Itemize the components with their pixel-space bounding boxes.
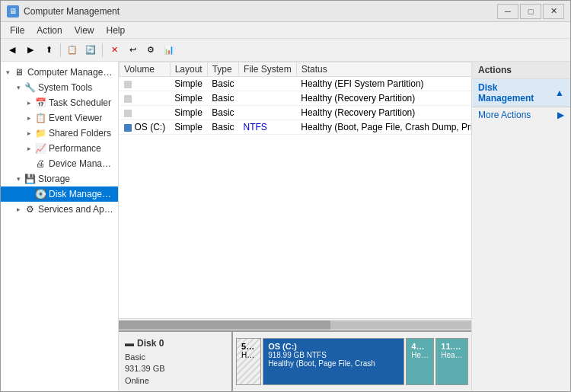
cell-status: Healthy (EFI System Partition) [296,77,471,91]
cell-volume: OS (C:) [120,120,171,135]
expand-icon: ▸ [13,204,24,215]
action-more-actions[interactable]: More Actions ▶ [472,107,570,123]
sidebar-label-shared-folders: Shared Folders [49,128,111,139]
partition-rec1-type: Healthy (Re [411,351,429,359]
horizontal-scrollbar[interactable] [119,318,471,330]
properties-button[interactable]: ↩ [124,42,141,59]
sidebar-item-system-tools[interactable]: ▾ 🔧 System Tools [1,80,118,95]
partition-efi-type: Healthy (EFI [241,351,256,359]
cell-type: Basic [207,91,238,106]
partition-efi[interactable]: 500 MB Healthy (EFI [236,338,261,385]
partition-os[interactable]: OS (C:) 918.99 GB NTFS Healthy (Boot, Pa… [263,338,404,385]
sidebar-label-performance: Performance [49,143,101,154]
cell-type: Basic [207,106,238,120]
disk-name: Disk 0 [137,338,164,349]
menu-view[interactable]: View [69,24,100,37]
menu-bar: File Action View Help [1,22,570,39]
right-panel: Volume Layout Type File System Status Ca… [119,62,570,391]
table-row[interactable]: OS (C:)SimpleBasicNTFSHealthy (Boot, Pag… [120,120,472,135]
cell-status: Healthy (Recovery Partition) [296,91,471,106]
sidebar-item-disk-management[interactable]: 💽 Disk Management [1,186,118,202]
col-status[interactable]: Status [296,62,471,77]
forward-button[interactable]: ▶ [22,42,39,59]
volume-color-indicator [124,124,132,132]
table-header-row: Volume Layout Type File System Status Ca… [120,62,472,77]
toolbar-sep-1 [60,43,61,57]
up-button[interactable]: ⬆ [40,42,57,59]
toolbar-sep-2 [102,43,103,57]
sidebar-label-system-tools: System Tools [38,82,92,93]
sidebar-item-performance[interactable]: ▸ 📈 Performance [1,141,118,156]
partition-rec2-type: Healthy (Recovery P [441,351,463,359]
sidebar-item-storage[interactable]: ▾ 💾 Storage [1,171,118,186]
refresh-button[interactable]: 🔄 [82,42,99,59]
cell-filesystem [239,77,297,91]
main-content: ▾ 🖥 Computer Management (Local ▾ 🔧 Syste… [1,62,570,391]
device-manager-icon: 🖨 [34,158,46,170]
sidebar-item-shared-folders[interactable]: ▸ 📁 Shared Folders [1,126,118,141]
disk-size: 931.39 GB [125,363,225,374]
partition-recovery-2[interactable]: 11.47 GB Healthy (Recovery P [435,338,468,385]
menu-file[interactable]: File [4,24,30,37]
task-scheduler-icon: 📅 [34,97,46,109]
disk-label-section: ▬ Disk 0 Basic 931.39 GB Online [119,332,233,391]
sidebar-label-task-scheduler: Task Scheduler [49,97,111,108]
sidebar-item-event-viewer[interactable]: ▸ 📋 Event Viewer [1,110,118,126]
cell-volume [120,106,171,120]
export-button[interactable]: 📊 [161,42,177,59]
col-filesystem[interactable]: File System [239,62,297,77]
sidebar-label-computer-management: Computer Management (Local [27,67,115,78]
services-icon: ⚙ [24,203,36,215]
table-row[interactable]: SimpleBasicHealthy (Recovery Partition)4… [120,91,472,106]
expand-icon [24,158,34,169]
partition-recovery-1[interactable]: 450 MB Healthy (Re [406,338,434,385]
col-layout[interactable]: Layout [170,62,207,77]
disk-icon: ▬ [125,338,134,349]
partition-os-type: 918.99 GB NTFS [268,351,399,359]
sidebar-item-task-scheduler[interactable]: ▸ 📅 Task Scheduler [1,95,118,110]
minimize-button[interactable]: ─ [497,4,518,19]
computer-icon: 🖥 [13,66,25,78]
cell-volume [120,91,171,106]
maximize-button[interactable]: □ [520,4,541,19]
table-row[interactable]: SimpleBasicHealthy (EFI System Partition… [120,77,472,91]
cell-type: Basic [207,120,238,135]
menu-help[interactable]: Help [100,24,132,37]
content-area: Volume Layout Type File System Status Ca… [119,62,570,391]
col-volume[interactable]: Volume [120,62,171,77]
cell-layout: Simple [170,91,207,106]
scroll-bar-track [119,320,471,330]
close-button[interactable]: ✕ [543,4,564,19]
expand-icon: ▸ [24,128,34,139]
action-more-actions-arrow: ▶ [557,110,564,120]
volume-color-indicator [124,81,132,88]
cell-filesystem: NTFS [239,120,297,135]
volume-color-indicator [124,110,132,117]
cell-type: Basic [207,77,238,91]
disk-label-name: ▬ Disk 0 [125,338,225,349]
table-row[interactable]: SimpleBasicHealthy (Recovery Partition)1… [120,106,472,120]
back-button[interactable]: ◀ [4,42,21,59]
delete-button[interactable]: ✕ [106,42,123,59]
actions-section-disk-management[interactable]: Disk Management ▲ [472,79,570,107]
sidebar-item-device-manager[interactable]: 🖨 Device Manager [1,156,118,171]
col-type[interactable]: Type [207,62,238,77]
cell-status: Healthy (Recovery Partition) [296,106,471,120]
actions-panel: Actions Disk Management ▲ More Actions ▶ [471,62,570,391]
cell-status: Healthy (Boot, Page File, Crash Dump, Pr… [296,120,471,135]
table-wrapper[interactable]: Volume Layout Type File System Status Ca… [119,62,471,318]
app-icon: 🖥 [7,5,19,18]
show-hide-button[interactable]: 📋 [64,42,81,59]
sidebar-item-services-apps[interactable]: ▸ ⚙ Services and Applications [1,202,118,217]
expand-icon [24,189,34,199]
partition-rec1-label: 450 MB [411,342,429,351]
cell-layout: Simple [170,106,207,120]
scroll-bar-thumb[interactable] [119,320,330,330]
performance-icon: 📈 [34,142,46,155]
help-button[interactable]: ⚙ [142,42,159,59]
cell-volume [120,77,171,91]
sidebar-label-event-viewer: Event Viewer [49,113,102,123]
menu-action[interactable]: Action [30,24,68,37]
sidebar-item-computer-management[interactable]: ▾ 🖥 Computer Management (Local [1,65,118,80]
cell-layout: Simple [170,120,207,135]
